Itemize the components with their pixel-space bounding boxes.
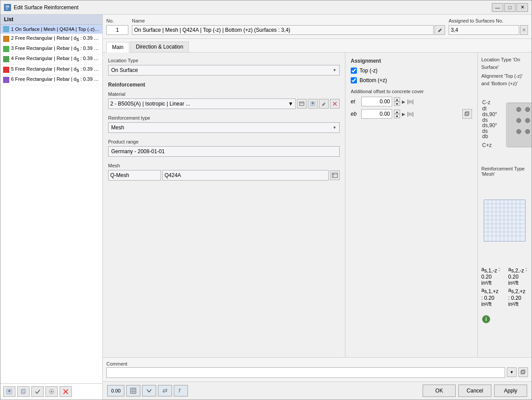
name-input[interactable] <box>132 25 434 35</box>
svg-text:C-z: C-z <box>482 99 491 106</box>
eb-arrow-icon[interactable]: ▶ <box>402 112 405 117</box>
bottom-checkbox-row: Bottom (+z) <box>351 77 472 83</box>
sidebar-header: List <box>0 15 102 25</box>
bottom-checkbox[interactable] <box>351 77 357 83</box>
list-item[interactable]: 4 Free Rectangular | Rebar | ds : 0.39 i… <box>0 54 102 64</box>
material-edit-button[interactable] <box>319 99 329 109</box>
comment-input[interactable] <box>106 367 505 378</box>
et-arrow-icon[interactable]: ▶ <box>402 99 405 104</box>
arrow-button[interactable] <box>142 385 156 396</box>
eb-label: eb <box>351 111 360 117</box>
tab-direction-location[interactable]: Direction & Location <box>130 42 189 52</box>
sidebar-footer: + <box>0 383 102 400</box>
name-edit-button[interactable] <box>435 25 445 35</box>
function-button[interactable]: f <box>174 385 188 396</box>
main-window: Edit Surface Reinforcement — □ ✕ List 1 … <box>0 0 532 400</box>
mesh-grid-diagram <box>481 182 528 259</box>
list-item[interactable]: 6 Free Rectangular | Rebar | ds : 0.39 i… <box>0 75 102 85</box>
svg-text:db: db <box>482 133 488 140</box>
name-input-row <box>132 25 445 35</box>
apply-button[interactable]: Apply <box>494 385 527 397</box>
form-panel: Location Type On Surface ▼ Reinforcement… <box>103 53 345 357</box>
stat-as2-z: as,2,-z : 0.20 in²/ft <box>508 266 528 286</box>
location-type-dropdown[interactable]: On Surface ▼ <box>108 65 340 75</box>
caption-line1: Location Type 'On Surface' <box>481 56 528 71</box>
stat-as1-plus-z: as,1,+z : 0.20 in²/ft <box>481 287 501 307</box>
svg-rect-2 <box>6 8 9 8</box>
maximize-button[interactable]: □ <box>504 3 516 12</box>
tab-main[interactable]: Main <box>106 42 129 53</box>
comment-dropdown-button[interactable]: ▼ <box>507 367 517 377</box>
et-row: et ▲ ▼ ▶ [in] <box>351 97 472 106</box>
location-type-value: On Surface <box>111 67 138 73</box>
assigned-input[interactable] <box>449 25 519 35</box>
reinforcement-section-title: Reinforcement <box>108 82 340 88</box>
svg-point-43 <box>525 129 530 134</box>
check-item-button[interactable] <box>31 386 44 397</box>
app-icon <box>4 4 11 11</box>
tab-bar: Main Direction & Location <box>103 39 532 53</box>
chevron-down-icon: ▼ <box>333 125 337 130</box>
title-bar: Edit Surface Reinforcement — □ ✕ <box>0 0 532 15</box>
content-area: Location Type On Surface ▼ Reinforcement… <box>103 53 532 357</box>
material-select[interactable]: 2 - B500S(A) | Isotropic | Linear ... ▼ <box>108 98 296 109</box>
material-group: Material 2 - B500S(A) | Isotropic | Line… <box>108 91 340 109</box>
svg-text:+: + <box>311 101 314 106</box>
delete-item-button[interactable] <box>60 386 72 397</box>
et-spinner: ▲ ▼ <box>394 97 400 106</box>
comment-copy-button[interactable] <box>518 367 528 377</box>
reinf-type-dropdown[interactable]: Mesh ▼ <box>108 122 340 133</box>
copy-item-button[interactable] <box>17 386 30 397</box>
location-type-label: Location Type <box>108 58 340 63</box>
svg-rect-95 <box>131 388 136 393</box>
assigned-clear-button[interactable]: ✕ <box>520 25 528 35</box>
eb-spin-down[interactable]: ▼ <box>394 114 400 118</box>
top-checkbox[interactable] <box>351 68 357 74</box>
top-row: No. Name Assigned to Surfaces No. <box>103 15 532 39</box>
list-item[interactable]: 3 Free Rectangular | Rebar | ds : 0.39 i… <box>0 44 102 54</box>
ok-button[interactable]: OK <box>423 385 456 397</box>
stat-label: as,1,-z : <box>481 266 500 272</box>
svg-text:ds,90°: ds,90° <box>482 122 497 128</box>
et-input[interactable] <box>361 97 392 106</box>
eb-input[interactable] <box>361 109 392 119</box>
list-item[interactable]: 1 On Surface | Mesh | Q424A | Top (-z) |… <box>0 25 102 34</box>
mesh-value-input[interactable] <box>162 170 329 181</box>
mesh-type-input <box>108 170 161 181</box>
location-type-group: Location Type On Surface ▼ <box>108 58 340 75</box>
offset-table: et ▲ ▼ ▶ [in] eb <box>351 97 472 119</box>
material-browse-button[interactable] <box>297 99 307 109</box>
bottom-toolbar: 0.00 f <box>107 385 188 396</box>
product-range-field: Germany - 2008-01-01 <box>108 146 340 157</box>
mesh-library-button[interactable] <box>330 170 340 180</box>
settings-item-button[interactable] <box>45 386 58 397</box>
window-title: Edit Surface Reinforcement <box>14 4 492 11</box>
value-display-button[interactable]: 0.00 <box>107 385 124 396</box>
svg-point-27 <box>525 107 530 112</box>
et-spin-down[interactable]: ▼ <box>394 102 400 106</box>
svg-rect-23 <box>466 112 469 115</box>
et-spin-up[interactable]: ▲ <box>394 97 400 102</box>
stat-value: 0.20 in²/ft <box>508 295 521 307</box>
offset-copy-button[interactable] <box>462 109 472 119</box>
chevron-down-icon: ▼ <box>333 68 337 72</box>
stat-label: as,2,-z : <box>508 266 527 272</box>
new-item-button[interactable]: + <box>3 386 15 397</box>
material-label: Material <box>108 91 340 97</box>
diagram-caption-1: Location Type 'On Surface' Alignment 'To… <box>481 56 528 89</box>
mesh-group: Mesh <box>108 163 340 181</box>
grid-button[interactable] <box>126 385 140 396</box>
item-color-swatch <box>3 56 9 62</box>
no-input[interactable] <box>106 25 128 35</box>
close-button[interactable]: ✕ <box>517 3 528 12</box>
svg-rect-19 <box>332 173 337 177</box>
material-new-button[interactable]: + <box>308 99 318 109</box>
minimize-button[interactable]: — <box>492 3 503 12</box>
cancel-button[interactable]: Cancel <box>458 385 491 397</box>
material-delete-button[interactable] <box>330 99 340 109</box>
bottom-bar: 0.00 f OK Cancel <box>103 381 532 400</box>
transfer-button[interactable] <box>158 385 172 396</box>
list-item[interactable]: 5 Free Rectangular | Rebar | ds : 0.39 i… <box>0 65 102 75</box>
eb-spin-up[interactable]: ▲ <box>394 109 400 114</box>
list-item[interactable]: 2 Free Rectangular | Rebar | ds : 0.39 i… <box>0 34 102 44</box>
